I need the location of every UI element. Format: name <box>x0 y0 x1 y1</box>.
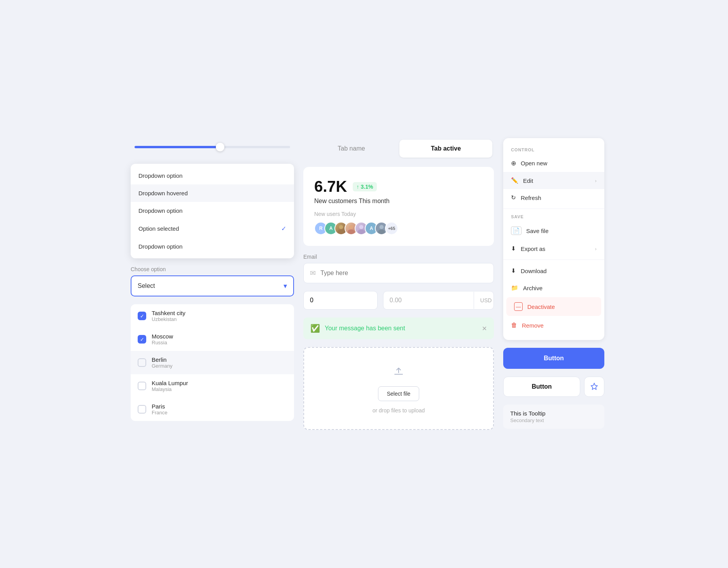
checklist: Tashkent city Uzbekistan Moscow Russia B… <box>131 304 294 421</box>
slider-track[interactable] <box>135 146 290 148</box>
slider-thumb[interactable] <box>216 143 224 151</box>
tooltip-title: This is Tooltip <box>510 410 597 417</box>
svg-point-4 <box>359 225 364 229</box>
check-item-moscow[interactable]: Moscow Russia <box>131 328 294 351</box>
selected-check-icon: ✓ <box>281 225 286 232</box>
refresh-icon: ↻ <box>511 194 516 201</box>
tooltip-subtitle: Secondary text <box>510 417 597 423</box>
svg-point-5 <box>358 230 365 234</box>
remove-icon: 🗑 <box>511 322 517 329</box>
stats-number: 6.7K <box>314 178 347 195</box>
tab-name[interactable]: Tab name <box>305 140 398 158</box>
success-icon: ✅ <box>310 324 320 333</box>
check-item-berlin[interactable]: Berlin Germany <box>131 351 294 374</box>
stats-description: New customers This month <box>314 198 483 205</box>
middle-column: Tab name Tab active 6.7K ↑ 3.1% New cust… <box>303 138 494 430</box>
dropdown-item-5[interactable]: Dropdown option <box>131 238 294 255</box>
export-chevron-icon: › <box>595 246 597 252</box>
dropdown-item-3[interactable]: Dropdown option <box>131 202 294 219</box>
svg-point-0 <box>339 225 343 229</box>
success-text: Your message has been sent <box>325 325 477 332</box>
divider-1 <box>503 209 604 209</box>
number-field[interactable] <box>304 291 378 309</box>
upload-icon <box>392 363 406 380</box>
menu-item-download[interactable]: ⬇ Download <box>503 262 604 279</box>
select-group: Choose option Select ▾ <box>131 266 294 296</box>
svg-point-7 <box>378 230 385 234</box>
check-item-kuala-lumpur[interactable]: Kuala Lumpur Malaysia <box>131 374 294 398</box>
stats-badge: ↑ 3.1% <box>353 182 377 191</box>
select-label: Choose option <box>131 266 294 272</box>
tooltip-box: This is Tooltip Secondary text <box>503 405 604 429</box>
secondary-button[interactable]: Button <box>503 377 580 397</box>
email-input-group: Email ✉ <box>303 254 494 283</box>
inputs-row: ▲ ▼ USD <box>303 291 494 310</box>
arrow-up-icon: ↑ <box>357 184 359 190</box>
menu-item-refresh[interactable]: ↻ Refresh <box>503 189 604 206</box>
menu-item-remove[interactable]: 🗑 Remove <box>503 317 604 334</box>
currency-field[interactable] <box>383 291 474 309</box>
select-field[interactable]: Select ▾ <box>131 275 294 296</box>
select-file-button[interactable]: Select file <box>378 386 420 401</box>
avatar-more: +65 <box>385 222 398 235</box>
check-item-paris[interactable]: Paris France <box>131 398 294 421</box>
number-input[interactable]: ▲ ▼ <box>303 291 378 310</box>
check-item-tashkent[interactable]: Tashkent city Uzbekistan <box>131 304 294 328</box>
dropdown-menu: Dropdown option Dropdown hovered Dropdow… <box>131 164 294 258</box>
save-file-icon: 📄 <box>511 226 522 235</box>
menu-item-export[interactable]: ⬇ Export as › <box>503 240 604 257</box>
right-column: CONTROL ⊕ Open new ✏️ Edit › ↻ <box>503 138 604 430</box>
download-icon: ⬇ <box>511 267 516 274</box>
success-message: ✅ Your message has been sent ✕ <box>303 317 494 339</box>
dropdown-item-4-selected[interactable]: Option selected ✓ <box>131 219 294 238</box>
slider-fill <box>135 146 220 148</box>
chevron-down-icon: ▾ <box>284 282 287 290</box>
main-container: Dropdown option Dropdown hovered Dropdow… <box>131 138 597 430</box>
secondary-button-row: Button <box>503 377 604 397</box>
upload-area[interactable]: Select file or drop files to upload <box>303 347 494 430</box>
checkbox-berlin[interactable] <box>138 358 146 367</box>
svg-point-3 <box>348 230 355 234</box>
primary-button[interactable]: Button <box>503 348 604 369</box>
stats-card: 6.7K ↑ 3.1% New customers This month New… <box>303 167 494 246</box>
checkbox-tashkent[interactable] <box>138 312 146 320</box>
email-label: Email <box>303 254 494 260</box>
checkbox-moscow[interactable] <box>138 335 146 344</box>
save-section-label: SAVE <box>503 211 604 221</box>
svg-point-6 <box>380 225 384 229</box>
slider-container <box>131 138 294 156</box>
open-new-icon: ⊕ <box>511 160 516 167</box>
svg-point-1 <box>338 230 345 234</box>
archive-icon: 📁 <box>511 284 518 291</box>
menu-item-deactivate[interactable]: — Deactivate <box>506 297 601 316</box>
svg-point-2 <box>349 225 354 229</box>
close-icon[interactable]: ✕ <box>482 325 487 332</box>
menu-item-archive[interactable]: 📁 Archive <box>503 279 604 296</box>
context-menu: CONTROL ⊕ Open new ✏️ Edit › ↻ <box>503 138 604 340</box>
star-icon-button[interactable] <box>584 377 604 397</box>
dropdown-item-1[interactable]: Dropdown option <box>131 167 294 184</box>
menu-item-edit[interactable]: ✏️ Edit › <box>503 172 604 189</box>
checkbox-paris[interactable] <box>138 405 146 414</box>
upload-hint: or drop files to upload <box>373 407 425 414</box>
deactivate-icon: — <box>514 302 523 311</box>
email-input-field[interactable]: ✉ <box>303 263 494 283</box>
export-icon: ⬇ <box>511 245 516 252</box>
menu-item-save-file[interactable]: 📄 Save file <box>503 221 604 240</box>
currency-input[interactable]: USD <box>383 291 494 310</box>
email-text-input[interactable] <box>320 270 487 277</box>
tabs-bar: Tab name Tab active <box>303 138 494 159</box>
tab-active[interactable]: Tab active <box>399 140 492 158</box>
control-section-label: CONTROL <box>503 144 604 154</box>
checkbox-kuala-lumpur[interactable] <box>138 382 146 390</box>
edit-icon: ✏️ <box>511 177 518 184</box>
chevron-right-icon: › <box>595 178 597 184</box>
divider-2 <box>503 259 604 260</box>
currency-symbol: USD <box>474 292 494 309</box>
email-icon: ✉ <box>310 269 316 277</box>
avatars-group: R A A +65 <box>314 222 483 235</box>
stats-sub: New users Today <box>314 211 483 217</box>
dropdown-item-2-hovered[interactable]: Dropdown hovered <box>131 184 294 202</box>
left-column: Dropdown option Dropdown hovered Dropdow… <box>131 138 294 430</box>
menu-item-open-new[interactable]: ⊕ Open new <box>503 154 604 172</box>
